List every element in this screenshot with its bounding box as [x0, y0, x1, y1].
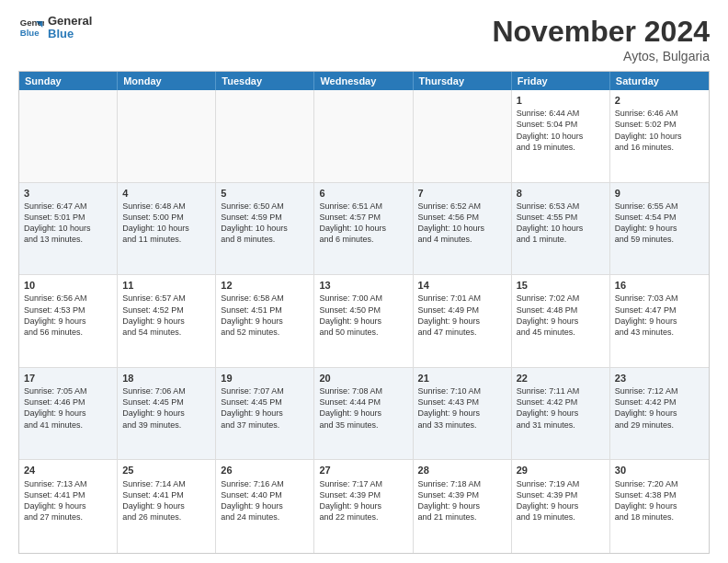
day-info: Sunrise: 7:17 AM Sunset: 4:39 PM Dayligh… [319, 478, 407, 523]
calendar-body: 1Sunrise: 6:44 AM Sunset: 5:04 PM Daylig… [19, 90, 709, 553]
day-number: 29 [517, 464, 605, 477]
day-number: 5 [221, 187, 309, 200]
day-info: Sunrise: 7:16 AM Sunset: 4:40 PM Dayligh… [221, 478, 309, 523]
day-number: 4 [122, 187, 210, 200]
cal-cell: 1Sunrise: 6:44 AM Sunset: 5:04 PM Daylig… [512, 90, 610, 182]
day-info: Sunrise: 6:58 AM Sunset: 4:51 PM Dayligh… [221, 293, 309, 338]
day-info: Sunrise: 6:57 AM Sunset: 4:52 PM Dayligh… [122, 293, 210, 338]
day-number: 15 [517, 279, 605, 292]
header: General Blue General Blue November 2024 … [18, 15, 710, 63]
day-number: 28 [418, 464, 506, 477]
day-info: Sunrise: 6:48 AM Sunset: 5:00 PM Dayligh… [122, 201, 210, 246]
cal-cell: 10Sunrise: 6:56 AM Sunset: 4:53 PM Dayli… [19, 275, 118, 367]
cal-cell [314, 90, 413, 182]
cal-cell: 3Sunrise: 6:47 AM Sunset: 5:01 PM Daylig… [19, 183, 118, 275]
day-number: 23 [615, 372, 704, 385]
week-row-1: 3Sunrise: 6:47 AM Sunset: 5:01 PM Daylig… [19, 183, 709, 276]
day-number: 27 [319, 464, 407, 477]
day-number: 12 [221, 279, 309, 292]
header-day-friday: Friday [512, 72, 610, 90]
location: Aytos, Bulgaria [492, 49, 710, 63]
day-info: Sunrise: 7:05 AM Sunset: 4:46 PM Dayligh… [24, 385, 112, 431]
cal-cell [118, 90, 216, 182]
day-number: 1 [517, 94, 605, 107]
cal-cell: 15Sunrise: 7:02 AM Sunset: 4:48 PM Dayli… [512, 275, 610, 367]
month-title: November 2024 [492, 15, 710, 49]
cal-cell: 14Sunrise: 7:01 AM Sunset: 4:49 PM Dayli… [414, 275, 512, 367]
cal-cell: 27Sunrise: 7:17 AM Sunset: 4:39 PM Dayli… [314, 460, 413, 553]
day-number: 9 [615, 187, 704, 200]
day-info: Sunrise: 7:08 AM Sunset: 4:44 PM Dayligh… [319, 385, 407, 431]
cal-cell: 6Sunrise: 6:51 AM Sunset: 4:57 PM Daylig… [314, 183, 413, 275]
cal-cell: 9Sunrise: 6:55 AM Sunset: 4:54 PM Daylig… [610, 183, 709, 275]
day-info: Sunrise: 7:11 AM Sunset: 4:42 PM Dayligh… [517, 385, 605, 431]
day-number: 25 [122, 464, 210, 477]
week-row-3: 17Sunrise: 7:05 AM Sunset: 4:46 PM Dayli… [19, 368, 709, 461]
day-info: Sunrise: 7:10 AM Sunset: 4:43 PM Dayligh… [418, 385, 506, 431]
cal-cell: 19Sunrise: 7:07 AM Sunset: 4:45 PM Dayli… [216, 368, 314, 460]
logo: General Blue General Blue [18, 15, 92, 41]
cal-cell: 11Sunrise: 6:57 AM Sunset: 4:52 PM Dayli… [118, 275, 216, 367]
logo-icon: General Blue [18, 15, 44, 40]
logo-blue: Blue [48, 28, 92, 40]
day-info: Sunrise: 7:01 AM Sunset: 4:49 PM Dayligh… [418, 293, 506, 338]
header-day-tuesday: Tuesday [216, 72, 314, 90]
cal-cell: 22Sunrise: 7:11 AM Sunset: 4:42 PM Dayli… [512, 368, 610, 460]
day-info: Sunrise: 6:56 AM Sunset: 4:53 PM Dayligh… [24, 293, 112, 338]
day-number: 14 [418, 279, 506, 292]
day-number: 2 [615, 94, 704, 107]
header-day-wednesday: Wednesday [314, 72, 413, 90]
day-info: Sunrise: 7:18 AM Sunset: 4:39 PM Dayligh… [418, 478, 506, 523]
cal-cell: 5Sunrise: 6:50 AM Sunset: 4:59 PM Daylig… [216, 183, 314, 275]
day-info: Sunrise: 7:00 AM Sunset: 4:50 PM Dayligh… [319, 293, 407, 338]
day-info: Sunrise: 7:20 AM Sunset: 4:38 PM Dayligh… [615, 478, 704, 523]
header-day-saturday: Saturday [610, 72, 709, 90]
day-number: 13 [319, 279, 407, 292]
cal-cell: 2Sunrise: 6:46 AM Sunset: 5:02 PM Daylig… [610, 90, 709, 182]
day-info: Sunrise: 6:46 AM Sunset: 5:02 PM Dayligh… [615, 108, 704, 153]
week-row-0: 1Sunrise: 6:44 AM Sunset: 5:04 PM Daylig… [19, 90, 709, 183]
day-info: Sunrise: 7:19 AM Sunset: 4:39 PM Dayligh… [517, 478, 605, 523]
calendar-header: SundayMondayTuesdayWednesdayThursdayFrid… [19, 72, 709, 90]
day-number: 7 [418, 187, 506, 200]
day-number: 10 [24, 279, 112, 292]
day-info: Sunrise: 7:02 AM Sunset: 4:48 PM Dayligh… [517, 293, 605, 338]
header-day-monday: Monday [118, 72, 216, 90]
cal-cell: 24Sunrise: 7:13 AM Sunset: 4:41 PM Dayli… [19, 460, 118, 553]
day-number: 17 [24, 372, 112, 385]
day-info: Sunrise: 7:14 AM Sunset: 4:41 PM Dayligh… [122, 478, 210, 523]
day-number: 21 [418, 372, 506, 385]
day-info: Sunrise: 7:07 AM Sunset: 4:45 PM Dayligh… [221, 385, 309, 431]
day-info: Sunrise: 7:06 AM Sunset: 4:45 PM Dayligh… [122, 385, 210, 431]
cal-cell [19, 90, 118, 182]
day-info: Sunrise: 6:50 AM Sunset: 4:59 PM Dayligh… [221, 201, 309, 246]
week-row-4: 24Sunrise: 7:13 AM Sunset: 4:41 PM Dayli… [19, 460, 709, 553]
cal-cell: 21Sunrise: 7:10 AM Sunset: 4:43 PM Dayli… [414, 368, 512, 460]
day-number: 11 [122, 279, 210, 292]
cal-cell: 23Sunrise: 7:12 AM Sunset: 4:42 PM Dayli… [610, 368, 709, 460]
cal-cell: 13Sunrise: 7:00 AM Sunset: 4:50 PM Dayli… [314, 275, 413, 367]
day-info: Sunrise: 7:03 AM Sunset: 4:47 PM Dayligh… [615, 293, 704, 338]
svg-text:Blue: Blue [20, 28, 40, 38]
cal-cell: 16Sunrise: 7:03 AM Sunset: 4:47 PM Dayli… [610, 275, 709, 367]
cal-cell [216, 90, 314, 182]
day-number: 6 [319, 187, 407, 200]
cal-cell: 20Sunrise: 7:08 AM Sunset: 4:44 PM Dayli… [314, 368, 413, 460]
header-day-sunday: Sunday [19, 72, 118, 90]
day-number: 24 [24, 464, 112, 477]
cal-cell: 12Sunrise: 6:58 AM Sunset: 4:51 PM Dayli… [216, 275, 314, 367]
day-number: 30 [615, 464, 704, 477]
day-number: 3 [24, 187, 112, 200]
cal-cell: 28Sunrise: 7:18 AM Sunset: 4:39 PM Dayli… [414, 460, 512, 553]
cal-cell: 18Sunrise: 7:06 AM Sunset: 4:45 PM Dayli… [118, 368, 216, 460]
cal-cell: 30Sunrise: 7:20 AM Sunset: 4:38 PM Dayli… [610, 460, 709, 553]
day-info: Sunrise: 6:55 AM Sunset: 4:54 PM Dayligh… [615, 201, 704, 246]
cal-cell [414, 90, 512, 182]
cal-cell: 17Sunrise: 7:05 AM Sunset: 4:46 PM Dayli… [19, 368, 118, 460]
cal-cell: 8Sunrise: 6:53 AM Sunset: 4:55 PM Daylig… [512, 183, 610, 275]
day-number: 22 [517, 372, 605, 385]
day-number: 18 [122, 372, 210, 385]
day-info: Sunrise: 6:47 AM Sunset: 5:01 PM Dayligh… [24, 201, 112, 246]
week-row-2: 10Sunrise: 6:56 AM Sunset: 4:53 PM Dayli… [19, 275, 709, 368]
day-number: 8 [517, 187, 605, 200]
